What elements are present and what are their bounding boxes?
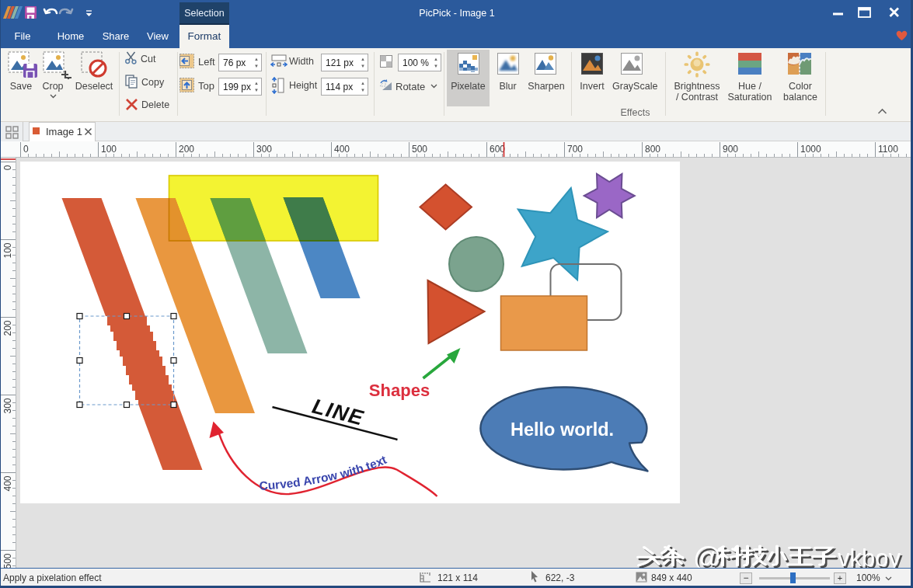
svg-text:500: 500 — [412, 144, 427, 155]
svg-text:300: 300 — [256, 144, 272, 155]
svg-text:500: 500 — [2, 553, 13, 568]
svg-text:200: 200 — [179, 144, 194, 155]
svg-text:0: 0 — [2, 165, 13, 170]
svg-text:1000: 1000 — [800, 144, 821, 155]
svg-text:Hello world.: Hello world. — [511, 419, 614, 440]
svg-text:700: 700 — [567, 144, 583, 155]
svg-text:200: 200 — [2, 320, 13, 336]
svg-text:800: 800 — [645, 144, 660, 155]
svg-text:100: 100 — [101, 144, 117, 155]
svg-text:400: 400 — [334, 144, 350, 155]
svg-text:300: 300 — [2, 398, 13, 413]
svg-text:1100: 1100 — [878, 144, 898, 155]
svg-text:Shapes: Shapes — [369, 381, 430, 400]
svg-text:0: 0 — [23, 144, 29, 155]
svg-text:600: 600 — [490, 144, 505, 155]
svg-text:400: 400 — [2, 475, 13, 491]
svg-text:100: 100 — [2, 242, 13, 258]
svg-text:900: 900 — [723, 144, 738, 155]
